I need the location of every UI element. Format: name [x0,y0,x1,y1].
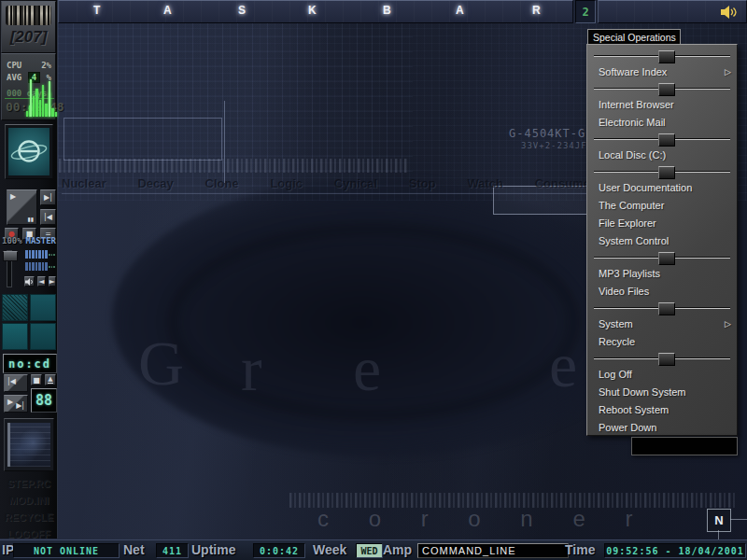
volume-speaker-icon[interactable] [720,5,739,20]
taskbar-letter: A [456,4,464,17]
status-label-week: Week [313,542,346,557]
volume-header: 100% MASTER [2,236,56,245]
sidebar-link-recycle[interactable]: RECYCLE [0,511,58,523]
wallpaper-swirl [112,177,654,457]
cd-stop-button[interactable]: ■ [31,374,42,385]
volume-master-label: MASTER [25,236,56,245]
slider-handle[interactable] [658,133,675,147]
menu-separator-slider[interactable] [587,49,737,63]
status-bar: IPNOT ONLINENet411Uptime0:0:42WeekWEDAmp… [0,539,747,560]
prev-track-button[interactable]: |◀ [40,209,56,225]
launcher-tile-2[interactable] [30,294,56,321]
watermark-word: Cynical [334,176,377,193]
slider-handle[interactable] [658,83,675,96]
cd-status-display: no:cd [3,354,57,373]
menu-separator-slider[interactable] [587,164,737,179]
wallpaper-n-box: N [707,509,731,532]
menu-item-log-off[interactable]: Log Off [587,366,737,384]
slider-handle[interactable] [658,302,675,315]
menu-separator-slider[interactable] [587,132,737,147]
menu-item-mp3-playlists[interactable]: MP3 Playlists [587,265,737,283]
launcher-tile-1[interactable] [2,294,28,321]
menu-item-internet-browser[interactable]: Internet Browser [587,96,737,114]
menu-item-file-explorer[interactable]: File Explorer [587,215,737,232]
status-label-net: Net [123,542,145,557]
slider-handle[interactable] [658,166,675,179]
wallpaper-grid-coarse [58,23,413,187]
volume-percent: 100% [2,236,22,245]
menu-separator-slider[interactable] [587,301,737,315]
status-value-net: 411 [156,543,189,558]
next-icon: ▶| [44,193,52,202]
taskbar-letter: B [383,4,391,17]
volume-down-button[interactable]: ◄ [37,276,46,287]
system-monitor-panel: CPU 2% AVG 4 % 000 days 00:42:48 [1,53,56,120]
slider-handle[interactable] [658,353,675,366]
play-pause-button[interactable]: ▶ ▮▮ [7,189,37,225]
wallpaper-n-line-h [730,519,747,520]
wallpaper-big-letter: G [138,327,184,400]
menu-item-software-index[interactable]: Software Index▷ [587,63,737,81]
logo-panel: [207] [1,1,56,53]
desktop: NuclearDecayCloneLogicCynicalStopWatchCo… [0,0,747,560]
internet-launcher-button[interactable] [5,124,53,179]
menu-item-reboot-system[interactable]: Reboot System [587,401,737,419]
command-line-input[interactable]: COMMAND_LINE [417,543,569,558]
submenu-arrow-icon: ▷ [725,63,731,81]
watermark-word: Watch [467,176,503,193]
menu-item-shut-down-system[interactable]: Shut Down System [587,384,737,401]
menu-item-local-disc-c-[interactable]: Local Disc (C:) [587,147,737,164]
pause-icon: ▮▮ [27,216,34,222]
sidebar-link-steprc[interactable]: STEP.RC [0,478,58,489]
status-label-amp: Amp [383,542,412,557]
play-icon: ▶ [10,192,16,201]
wallpaper-big-letter: r [241,332,262,406]
slider-handle[interactable] [658,252,675,265]
wallpaper-n-line-v [718,530,719,539]
menu-item-the-computer[interactable]: The Computer [587,197,737,215]
menu-item-electronic-mail[interactable]: Electronic Mail [587,114,737,132]
menu-item-system[interactable]: System▷ [587,315,737,333]
preview-thumbnail [7,423,50,467]
cd-play-button[interactable]: ▶ ▶| [4,395,28,413]
watermark-word: Logic [270,176,303,193]
volume-slider[interactable] [7,250,12,287]
preview-scrollbar[interactable] [7,423,10,467]
taskbar-letter: S [238,4,246,17]
volume-up-button[interactable]: ► [49,276,57,287]
taskbar-letter: R [532,4,541,17]
menu-item-power-down[interactable]: Power Down [587,419,737,437]
menu-separator-slider[interactable] [587,351,737,366]
cd-eject-button[interactable]: ▲ [45,374,56,385]
status-label-uptime: Uptime [191,542,235,557]
sidebar-link-modini[interactable]: MOD.INI [0,495,58,506]
sidebar: [207] CPU 2% AVG 4 % 000 days 00:42:48 [0,0,58,539]
right-arrow-icon: ► [49,277,55,286]
taskbar-letter: K [308,4,317,17]
menu-item-user-documentation[interactable]: User Documentation [587,179,737,197]
stop-icon: ■ [33,376,40,385]
sidebar-link-logoff[interactable]: LOGOFF [0,528,58,539]
status-value-uptime: 0:0:42 [253,543,305,558]
taskbar-desktop-count-badge[interactable]: 2 [575,0,596,23]
watermark-word: Consume [535,176,590,193]
launcher-tile-4[interactable] [30,323,56,350]
slider-handle[interactable] [658,50,675,63]
menu-separator-slider[interactable] [587,81,737,96]
launcher-tile-3[interactable] [2,323,28,350]
wallpaper-barcode-top [59,159,408,173]
status-value-week: WED [356,543,383,558]
watermark-word: Clone [205,176,239,193]
cd-prev-button[interactable]: |◀ [4,374,28,392]
menu-item-recycle[interactable]: Recycle [587,333,737,351]
menu-item-system-control[interactable]: System Control [587,232,737,250]
wallpaper-big-letter: e [353,332,381,406]
menu-separator-slider[interactable] [587,250,737,265]
mute-button[interactable] [24,276,35,287]
volume-slider-handle[interactable] [3,251,18,261]
desktop-preview-window[interactable] [4,418,54,471]
status-label-time: Time [565,542,595,557]
next-track-button[interactable]: ▶| [40,189,56,205]
menu-item-video-files[interactable]: Video Files [587,283,737,301]
badge-label: 2 [582,6,588,19]
